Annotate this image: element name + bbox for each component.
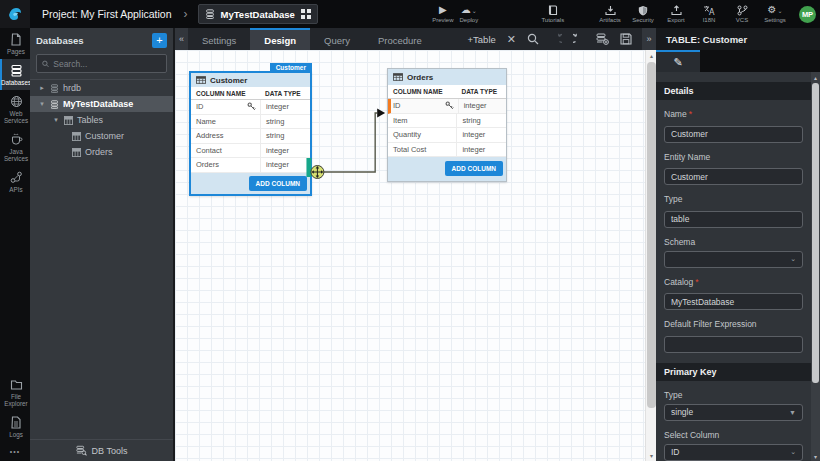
rail-item-logs[interactable]: Logs	[0, 411, 30, 442]
export-button[interactable]: Export	[663, 5, 689, 23]
scrollbar-thumb[interactable]	[647, 62, 656, 408]
table-title-orders[interactable]: Orders	[388, 69, 506, 85]
name-label: Name*	[664, 109, 803, 119]
database-icon	[10, 64, 23, 77]
redo-icon[interactable]	[573, 33, 585, 45]
app-logo[interactable]	[0, 0, 30, 28]
details-section-header: Details	[656, 82, 811, 100]
database-icon	[205, 9, 215, 19]
entity-table-customer[interactable]: Customer Customer COLUMN NAME DATA TYPE …	[189, 71, 312, 196]
canvas-toolbar: +Table ✕	[468, 28, 640, 50]
caret-down-icon[interactable]: ▾	[38, 100, 46, 108]
sidebar-collapse-button[interactable]: «	[175, 28, 188, 50]
db-tools-icon	[76, 445, 87, 456]
rail-item-file-explorer[interactable]: File Explorer	[0, 374, 30, 411]
type-field[interactable]	[664, 211, 803, 228]
column-row-name[interactable]: Name string	[191, 115, 310, 130]
sidebar-search[interactable]	[36, 54, 167, 73]
default-filter-field[interactable]	[664, 336, 803, 353]
column-headers: COLUMN NAME DATA TYPE	[388, 85, 506, 99]
tree-item-orders[interactable]: Orders	[30, 144, 173, 160]
security-button[interactable]: Security	[630, 5, 656, 23]
add-column-button[interactable]: ADD COLUMN	[249, 176, 307, 191]
rail-item-web-services[interactable]: Web Services	[0, 90, 30, 128]
sidebar-title: Databases	[36, 35, 84, 46]
cloud-upload-icon: ☁⌄	[461, 5, 477, 16]
tutorials-button[interactable]: Tutorials	[540, 5, 566, 23]
rail-item-databases[interactable]: Databases	[0, 59, 30, 90]
add-column-button[interactable]: ADD COLUMN	[445, 161, 503, 176]
tab-query[interactable]: Query	[310, 28, 364, 50]
add-database-button[interactable]: +	[152, 33, 167, 48]
column-row-address[interactable]: Address string	[191, 129, 310, 144]
er-diagram-canvas[interactable]: Customer Customer COLUMN NAME DATA TYPE …	[175, 50, 656, 461]
column-row-contact[interactable]: Contact integer	[191, 144, 310, 159]
rail-item-pages[interactable]: Pages	[0, 28, 30, 59]
schema-select[interactable]: ⌄	[664, 251, 803, 268]
undo-icon[interactable]	[550, 33, 562, 45]
tree-item-hrdb[interactable]: ▸ hrdb	[30, 80, 173, 96]
edit-tab[interactable]: ✎	[656, 50, 700, 72]
save-icon[interactable]	[620, 33, 632, 45]
add-table-button[interactable]: +Table	[468, 34, 496, 45]
column-row-orders[interactable]: Orders integer	[191, 158, 310, 173]
export-up-icon	[671, 5, 682, 16]
rail-item-java-services[interactable]: Java Services	[0, 128, 30, 166]
delete-icon[interactable]: ✕	[507, 33, 516, 46]
update-database-icon[interactable]	[596, 33, 609, 45]
scroll-down-arrow[interactable]: ▾	[811, 451, 820, 461]
user-avatar[interactable]: MP	[799, 6, 816, 23]
book-icon	[548, 5, 558, 16]
coffee-cup-icon	[10, 133, 23, 146]
scroll-up-arrow[interactable]: ▴	[811, 72, 820, 82]
tree-item-mytestdatabase[interactable]: ▾ MyTestDatabase	[30, 96, 173, 112]
i18n-button[interactable]: A I18N	[696, 5, 722, 23]
inspector-expand-button[interactable]: »	[642, 28, 656, 50]
inspector-scrollbar[interactable]: ▴ ▾	[811, 72, 820, 461]
tab-settings[interactable]: Settings	[188, 28, 250, 50]
pk-type-select[interactable]: single ▼	[664, 404, 803, 421]
inspector-title: TABLE: Customer	[656, 28, 820, 50]
deploy-button[interactable]: ☁⌄ Deploy	[456, 5, 482, 23]
column-row-total-cost[interactable]: Total Cost integer	[388, 143, 506, 158]
catalog-field[interactable]	[664, 293, 803, 310]
grid-switcher-icon[interactable]	[301, 9, 311, 19]
artifacts-button[interactable]: Artifacts	[597, 5, 623, 23]
column-row-id[interactable]: ID integer	[388, 99, 506, 114]
caret-down-icon[interactable]: ▾	[52, 116, 60, 124]
tab-design[interactable]: Design	[250, 28, 310, 50]
tab-procedure[interactable]: Procedure	[364, 28, 436, 50]
column-row-item[interactable]: Item string	[388, 114, 506, 129]
scroll-down-arrow[interactable]: ▾	[646, 450, 656, 461]
preview-button[interactable]: ▶ Preview	[430, 5, 456, 23]
caret-right-icon[interactable]: ▸	[38, 84, 46, 92]
primary-key-icon	[445, 101, 454, 110]
search-input[interactable]	[53, 59, 161, 69]
settings-button[interactable]: ⚙⌄ Settings	[762, 5, 788, 23]
entity-table-orders[interactable]: Orders COLUMN NAME DATA TYPE ID integer …	[387, 68, 507, 182]
tree-item-customer[interactable]: Customer	[30, 128, 173, 144]
open-database-tab[interactable]: MyTestDatabase	[198, 4, 318, 24]
rail-overflow-button[interactable]: •••	[0, 442, 30, 461]
rail-item-apis[interactable]: APIs	[0, 166, 30, 197]
db-tools-button[interactable]: DB Tools	[30, 439, 173, 461]
column-row-id[interactable]: ID integer	[191, 100, 310, 115]
select-column-select[interactable]: ID ⌄	[664, 444, 803, 461]
play-icon: ▶	[439, 5, 447, 16]
name-field[interactable]	[664, 126, 803, 143]
scrollbar-thumb[interactable]	[812, 83, 819, 383]
column-row-quantity[interactable]: Quantity integer	[388, 128, 506, 143]
table-icon	[393, 73, 403, 81]
branch-icon	[737, 5, 748, 16]
translate-icon: A	[703, 5, 715, 16]
database-tree: ▸ hrdb ▾ MyTestDatabase ▾ Tables Custome…	[30, 79, 173, 160]
primary-key-section-header: Primary Key	[656, 363, 811, 381]
vcs-button[interactable]: VCS	[729, 5, 755, 23]
tree-item-tables[interactable]: ▾ Tables	[30, 112, 173, 128]
table-title-customer[interactable]: Customer	[191, 73, 310, 87]
globe-icon	[10, 95, 23, 108]
entity-name-field[interactable]	[664, 168, 803, 185]
scroll-up-arrow[interactable]: ▴	[646, 50, 656, 61]
canvas-scrollbar[interactable]: ▴ ▾	[645, 50, 656, 461]
zoom-search-icon[interactable]	[527, 33, 539, 45]
